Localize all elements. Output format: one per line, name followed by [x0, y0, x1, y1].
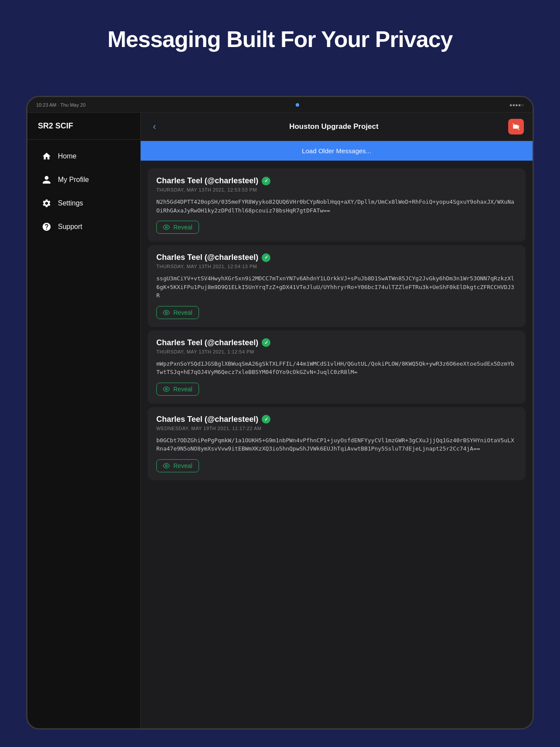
status-time: 10:23 AM · Thu May 20 [36, 102, 86, 108]
message-body: ssgU3mCiYV+vtSV4HwyhXGr5xn9i2MDCC7mTxnYN… [156, 274, 517, 300]
message-card: Charles Teel (@charlesteel) ✓ WEDNESDAY,… [148, 407, 526, 480]
message-body: mWpzPxnSoYSQd1JGSBglXBWuqSmA26gSkTXLFFIL… [156, 360, 517, 377]
message-card: Charles Teel (@charlesteel) ✓ THURSDAY, … [148, 330, 526, 404]
message-timestamp: THURSDAY, MAY 13TH 2021, 1:12:54 PM [156, 349, 517, 354]
device-frame: 10:23 AM · Thu May 20 ●●●●○ SR2 SCIF Hom… [26, 96, 534, 730]
message-sender: Charles Teel (@charlesteel) ✓ [156, 253, 517, 262]
message-sender: Charles Teel (@charlesteel) ✓ [156, 338, 517, 347]
chat-header: ‹ Houston Upgrade Project [141, 113, 533, 141]
load-more-bar[interactable]: Load Older Messages... [141, 141, 533, 161]
sidebar-item-support-label: Support [58, 223, 82, 231]
message-sender: Charles Teel (@charlesteel) ✓ [156, 415, 517, 424]
sidebar-item-settings-label: Settings [58, 199, 83, 207]
back-button[interactable]: ‹ [149, 119, 159, 134]
messages-list: Charles Teel (@charlesteel) ✓ THURSDAY, … [141, 161, 533, 728]
verified-badge: ✓ [262, 415, 270, 424]
verified-badge: ✓ [262, 338, 270, 347]
page-headline: Messaging Built For Your Privacy [0, 0, 560, 70]
sidebar-title: SR2 SCIF [27, 113, 140, 140]
message-card: Charles Teel (@charlesteel) ✓ THURSDAY, … [148, 168, 526, 242]
camera-button[interactable] [508, 119, 524, 135]
reveal-button[interactable]: Reveal [156, 306, 199, 319]
sidebar-item-home[interactable]: Home [31, 145, 137, 168]
svg-point-4 [165, 465, 167, 467]
svg-point-2 [165, 312, 167, 313]
reveal-button[interactable]: Reveal [156, 383, 199, 396]
message-sender: Charles Teel (@charlesteel) ✓ [156, 176, 517, 185]
chat-title: Houston Upgrade Project [165, 122, 503, 131]
sidebar: SR2 SCIF Home My P [27, 113, 141, 728]
main-content: ‹ Houston Upgrade Project Load Older Mes… [141, 113, 533, 728]
settings-icon [41, 198, 52, 209]
message-body: N2h5Gd4DPTT420opSH/035meFYR8Wyyko82QUQ6V… [156, 198, 517, 215]
reveal-button[interactable]: Reveal [156, 221, 199, 234]
support-icon [41, 222, 52, 232]
svg-point-3 [165, 388, 167, 390]
message-timestamp: WEDNESDAY, MAY 19TH 2021, 11:17:22 AM [156, 426, 517, 431]
verified-badge: ✓ [262, 253, 270, 262]
sidebar-item-settings[interactable]: Settings [31, 192, 137, 215]
sidebar-item-my-profile[interactable]: My Profile [31, 168, 137, 191]
message-timestamp: THURSDAY, MAY 13TH 2021, 12:53:53 PM [156, 187, 517, 192]
profile-icon [41, 175, 52, 185]
sidebar-item-home-label: Home [58, 152, 77, 160]
status-signal: ●●●●○ [509, 102, 524, 108]
home-icon [41, 151, 52, 162]
reveal-button[interactable]: Reveal [156, 459, 199, 472]
status-bar: 10:23 AM · Thu May 20 ●●●●○ [27, 97, 533, 113]
device-content: SR2 SCIF Home My P [27, 113, 533, 728]
svg-point-1 [165, 226, 167, 228]
sidebar-item-support[interactable]: Support [31, 215, 137, 238]
sidebar-item-my-profile-label: My Profile [58, 176, 89, 184]
message-card: Charles Teel (@charlesteel) ✓ THURSDAY, … [148, 245, 526, 327]
verified-badge: ✓ [262, 177, 270, 185]
message-body: b0GCbt7ODZGhiPePgPqmkW/1a1OUKH5+G9m1nbPW… [156, 436, 517, 453]
sidebar-nav: Home My Profile [27, 140, 140, 243]
message-timestamp: THURSDAY, MAY 13TH 2021, 12:54:13 PM [156, 264, 517, 269]
